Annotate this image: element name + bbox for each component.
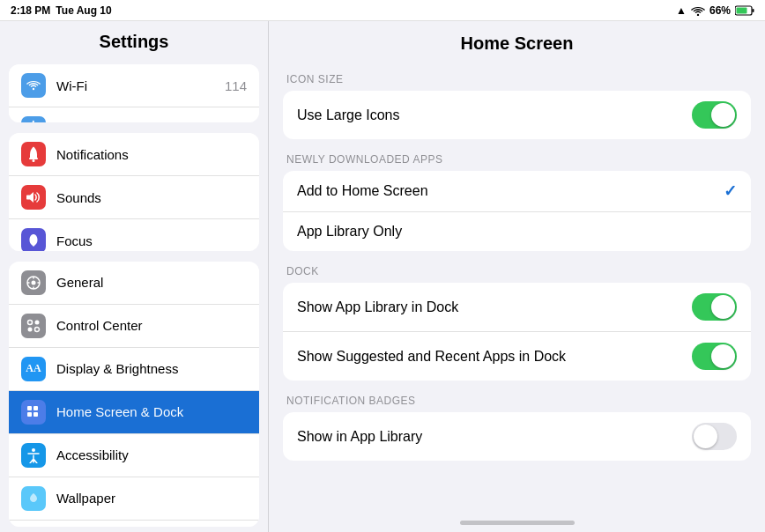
sidebar-item-siri[interactable]: Si Siri & Search — [9, 521, 259, 527]
content-area: Home Screen ICON SIZE Use Large Icons NE… — [269, 21, 765, 532]
homescreen-icon — [21, 400, 46, 425]
accessibility-icon — [21, 443, 46, 468]
focus-icon — [21, 228, 46, 250]
sidebar-item-general[interactable]: General — [9, 262, 259, 305]
svg-point-20 — [35, 327, 40, 331]
row-uselarge: Use Large Icons — [283, 91, 751, 139]
time: 2:18 PM — [11, 4, 50, 17]
general-icon — [21, 270, 46, 295]
sidebar-item-focus[interactable]: Focus — [9, 219, 259, 250]
sidebar-group-notifications: Notifications Sounds Foc — [9, 133, 259, 250]
showapplib-label: Show App Library in Dock — [297, 299, 692, 315]
sidebar-item-homescreen[interactable]: Home Screen & Dock — [9, 391, 259, 434]
wallpaper-label: Wallpaper — [56, 491, 247, 506]
showsuggested-toggle-knob — [711, 344, 735, 368]
battery-percent: 66% — [709, 4, 731, 17]
svg-rect-21 — [27, 406, 32, 410]
wifi-label: Wi-Fi — [56, 78, 225, 93]
svg-point-12 — [32, 280, 36, 284]
bluetooth-icon — [21, 116, 46, 122]
content-group-iconsize: Use Large Icons — [283, 91, 751, 139]
controlcenter-icon — [21, 314, 46, 338]
row-addtohome[interactable]: Add to Home Screen ✓ — [283, 171, 751, 212]
display-label: Display & Brightness — [56, 361, 247, 376]
wifi-icon — [21, 73, 46, 98]
showinapp-toggle[interactable] — [692, 423, 737, 450]
svg-point-4 — [33, 88, 34, 90]
showapplib-toggle[interactable] — [692, 293, 737, 321]
status-left: 2:18 PM Tue Aug 10 — [11, 4, 112, 17]
general-label: General — [56, 275, 247, 290]
svg-rect-5 — [29, 158, 38, 159]
section-label-iconsize: ICON SIZE — [269, 63, 765, 91]
addtohome-check: ✓ — [724, 181, 737, 201]
home-indicator — [269, 514, 765, 532]
row-showinapp: Show in App Library — [283, 412, 751, 461]
wifi-value: 114 — [225, 78, 247, 93]
row-showapplib: Show App Library in Dock — [283, 283, 751, 332]
sidebar-group-system: General Control Center AA Display & Brig… — [9, 262, 259, 527]
display-icon: AA — [21, 357, 46, 381]
svg-rect-24 — [33, 412, 38, 417]
showsuggested-toggle[interactable] — [692, 343, 737, 370]
bluetooth-label: Bluetooth — [56, 122, 229, 123]
svg-rect-23 — [27, 412, 32, 417]
svg-rect-22 — [33, 406, 38, 410]
row-showsuggested: Show Suggested and Recent Apps in Dock — [283, 332, 751, 381]
svg-rect-2 — [753, 9, 754, 12]
svg-rect-3 — [737, 8, 747, 14]
battery-icon — [735, 4, 754, 17]
notifications-icon — [21, 142, 46, 166]
svg-point-18 — [35, 320, 40, 324]
notifications-label: Notifications — [56, 147, 247, 162]
controlcenter-label: Control Center — [56, 318, 247, 333]
sounds-icon — [21, 185, 46, 210]
sidebar-title: Settings — [0, 21, 268, 59]
wifi-icon — [691, 4, 705, 17]
sidebar-group-network: Wi-Fi 114 Bluetooth On — [9, 64, 259, 122]
content-title: Home Screen — [269, 21, 765, 63]
wallpaper-icon — [21, 486, 46, 511]
row-applibonly[interactable]: App Library Only — [283, 212, 751, 251]
svg-point-25 — [32, 448, 35, 452]
status-right: ▲ 66% — [676, 4, 754, 17]
section-label-newly: NEWLY DOWNLOADED APPS — [269, 143, 765, 171]
accessibility-label: Accessibility — [56, 447, 247, 462]
sidebar-item-accessibility[interactable]: Accessibility — [9, 434, 259, 477]
sidebar-item-wifi[interactable]: Wi-Fi 114 — [9, 64, 259, 107]
showinapp-label: Show in App Library — [297, 429, 692, 445]
section-label-badges: NOTIFICATION BADGES — [269, 384, 765, 412]
sidebar-item-sounds[interactable]: Sounds — [9, 176, 259, 219]
date: Tue Aug 10 — [56, 4, 111, 17]
sidebar-item-bluetooth[interactable]: Bluetooth On — [9, 107, 259, 122]
uselarge-toggle-knob — [711, 103, 735, 127]
content-group-newly: Add to Home Screen ✓ App Library Only — [283, 171, 751, 251]
home-bar — [460, 521, 575, 525]
sidebar-item-wallpaper[interactable]: Wallpaper — [9, 477, 259, 521]
showsuggested-label: Show Suggested and Recent Apps in Dock — [297, 349, 692, 365]
sounds-label: Sounds — [56, 190, 247, 205]
uselarge-label: Use Large Icons — [297, 107, 692, 123]
homescreen-label: Home Screen & Dock — [56, 404, 247, 419]
signal-icon: ▲ — [676, 4, 687, 17]
showapplib-toggle-knob — [711, 295, 735, 319]
svg-point-17 — [28, 320, 33, 324]
section-label-dock: DOCK — [269, 255, 765, 283]
main-layout: Settings Wi-Fi 114 — [0, 21, 765, 532]
sidebar: Settings Wi-Fi 114 — [0, 21, 269, 532]
sidebar-item-notifications[interactable]: Notifications — [9, 133, 259, 176]
content-group-badges: Show in App Library — [283, 412, 751, 461]
uselarge-toggle[interactable] — [692, 101, 737, 129]
sidebar-item-controlcenter[interactable]: Control Center — [9, 305, 259, 348]
focus-label: Focus — [56, 233, 247, 248]
bluetooth-value: On — [229, 122, 247, 123]
sidebar-item-display[interactable]: AA Display & Brightness — [9, 348, 259, 391]
svg-point-19 — [28, 327, 33, 331]
addtohome-label: Add to Home Screen — [297, 183, 724, 199]
status-bar: 2:18 PM Tue Aug 10 ▲ 66% — [0, 0, 765, 21]
svg-point-0 — [697, 14, 699, 16]
applibonly-label: App Library Only — [297, 224, 737, 240]
content-group-dock: Show App Library in Dock Show Suggested … — [283, 283, 751, 381]
svg-point-6 — [33, 159, 35, 162]
showinapp-toggle-knob — [694, 425, 717, 448]
